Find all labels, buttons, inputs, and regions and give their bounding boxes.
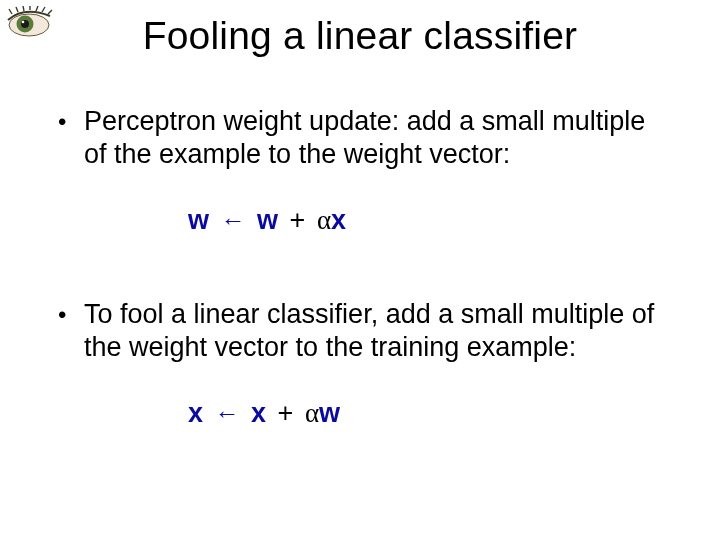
left-arrow-icon: ←: [215, 399, 240, 427]
bullet-text: To fool a linear classifier, add a small…: [84, 298, 668, 364]
bullet-item: • Perceptron weight update: add a small …: [58, 105, 668, 171]
equation-fooling: x ← x + αw: [188, 398, 668, 429]
alpha-symbol: α: [317, 205, 331, 235]
bullet-dot-icon: •: [58, 298, 84, 364]
plus-icon: +: [290, 205, 306, 235]
alpha-symbol: α: [305, 398, 319, 428]
eq-symbol: x: [188, 398, 203, 428]
eq-symbol: x: [331, 205, 346, 235]
eq-symbol: w: [319, 398, 340, 428]
bullet-text: Perceptron weight update: add a small mu…: [84, 105, 668, 171]
equation-perceptron-update: w ← w + αx: [188, 205, 668, 236]
slide: Fooling a linear classifier • Perceptron…: [0, 0, 720, 540]
slide-title: Fooling a linear classifier: [0, 14, 720, 58]
slide-body: • Perceptron weight update: add a small …: [58, 105, 668, 429]
eq-symbol: w: [257, 205, 278, 235]
plus-icon: +: [278, 398, 294, 428]
eq-symbol: w: [188, 205, 209, 235]
left-arrow-icon: ←: [221, 206, 246, 234]
bullet-item: • To fool a linear classifier, add a sma…: [58, 298, 668, 364]
bullet-dot-icon: •: [58, 105, 84, 171]
eq-symbol: x: [251, 398, 266, 428]
